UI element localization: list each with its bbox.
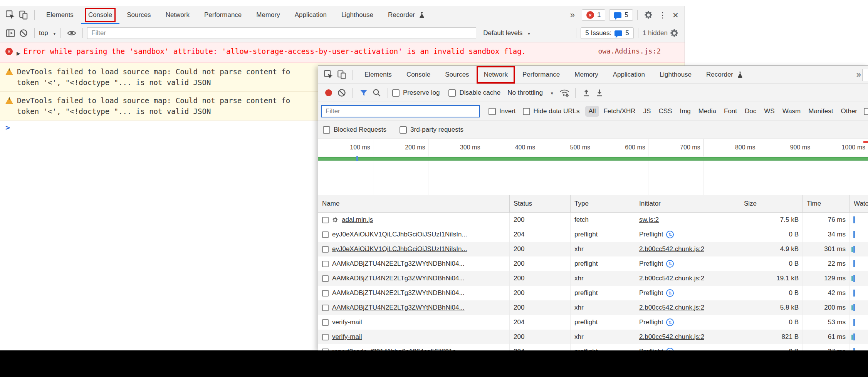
network-request-row[interactable]: verify-mail 204 preflight Preflight ⇅ 0 … xyxy=(318,315,868,330)
panel-tab[interactable]: Lighthouse xyxy=(334,6,381,24)
context-selector[interactable]: top ▼ xyxy=(39,29,56,37)
log-levels-select[interactable]: Default levels ▼ xyxy=(483,29,531,37)
column-header[interactable]: Size xyxy=(740,195,803,212)
row-checkbox[interactable] xyxy=(322,246,329,253)
expand-triangle-icon[interactable]: ▶ xyxy=(17,48,20,59)
clipped-checkbox[interactable] xyxy=(864,108,868,115)
initiator-link[interactable]: 2.b00cc542.chunk.js:2 xyxy=(639,275,704,282)
row-checkbox[interactable] xyxy=(322,217,329,223)
panel-tab[interactable]: Memory xyxy=(567,66,605,84)
throttling-select[interactable]: No throttling ▼ xyxy=(507,89,554,97)
request-type-filter[interactable]: Fetch/XHR xyxy=(600,106,639,117)
network-filter-input[interactable] xyxy=(321,105,480,117)
panel-tab[interactable]: Console xyxy=(399,66,438,84)
issues-counter[interactable]: 5 Issues: 5 xyxy=(581,27,634,39)
error-count-badge[interactable]: × 1 xyxy=(582,9,605,21)
request-type-filter[interactable]: Manifest xyxy=(805,106,836,117)
initiator-link[interactable]: sw.js:2 xyxy=(639,216,659,224)
request-type-filter[interactable]: Img xyxy=(676,106,694,117)
issues-count-badge[interactable]: 5 xyxy=(609,9,633,21)
network-request-row[interactable]: verify-mail 200 xhr 2.b00cc542.chunk.js:… xyxy=(318,330,868,344)
console-sidebar-icon[interactable] xyxy=(4,27,17,40)
panel-tab[interactable]: Elements xyxy=(39,6,81,24)
initiator-link[interactable]: Preflight xyxy=(639,231,663,238)
row-checkbox[interactable] xyxy=(322,290,329,297)
column-header[interactable]: Status xyxy=(510,195,571,212)
initiator-link[interactable]: Preflight xyxy=(639,289,663,297)
blocked-requests-checkbox[interactable]: Blocked Requests xyxy=(323,126,386,134)
settings-gear-icon[interactable] xyxy=(642,8,655,22)
console-filter-input[interactable] xyxy=(87,27,476,39)
preserve-log-checkbox[interactable]: Preserve log xyxy=(392,89,440,97)
initiator-link[interactable]: 2.b00cc542.chunk.js:2 xyxy=(639,245,704,253)
panel-tab[interactable]: Network xyxy=(158,6,197,24)
panel-tab[interactable]: Application xyxy=(287,6,334,24)
row-checkbox[interactable] xyxy=(322,231,329,238)
panel-tab[interactable]: Recorder xyxy=(699,66,751,84)
filter-funnel-icon[interactable] xyxy=(357,86,370,99)
initiator-link[interactable]: Preflight xyxy=(639,318,663,326)
request-type-filter[interactable]: Other xyxy=(838,106,861,117)
column-header[interactable]: Time xyxy=(803,195,850,212)
clear-console-icon[interactable] xyxy=(17,27,30,40)
network-request-row[interactable]: AAMkADBjZTU4N2E2LTg3ZWYtNDBhNi04... 200 … xyxy=(318,256,868,271)
column-header[interactable]: Waterfall xyxy=(850,195,868,212)
error-source-link[interactable]: owa.Addins.js:2 xyxy=(598,46,661,57)
record-network-log-icon[interactable] xyxy=(325,89,332,96)
panel-tab[interactable]: Sources xyxy=(438,66,476,84)
panel-tab[interactable]: Console xyxy=(81,6,119,24)
invert-checkbox[interactable]: Invert xyxy=(489,107,516,115)
panel-tab[interactable]: Performance xyxy=(197,6,249,24)
panel-tab[interactable]: Lighthouse xyxy=(652,66,699,84)
network-request-row[interactable]: AAMkADBjZTU4N2E2LTg3ZWYtNDBhNi04... 200 … xyxy=(318,271,868,286)
network-request-row[interactable]: AAMkADBjZTU4N2E2LTg3ZWYtNDBhNi04... 200 … xyxy=(318,286,868,300)
close-icon[interactable]: × xyxy=(670,10,681,20)
device-toolbar-icon[interactable] xyxy=(335,68,348,81)
column-header[interactable]: Initiator xyxy=(635,195,740,212)
panel-tab[interactable]: Elements xyxy=(357,66,399,84)
request-type-filter[interactable]: Media xyxy=(695,106,720,117)
clear-network-log-icon[interactable] xyxy=(335,86,348,99)
request-type-filter[interactable]: Doc xyxy=(741,106,760,117)
request-type-filter[interactable]: WS xyxy=(761,106,778,117)
request-type-filter[interactable]: JS xyxy=(640,106,655,117)
row-checkbox[interactable] xyxy=(322,305,329,311)
disable-cache-checkbox[interactable]: Disable cache xyxy=(448,89,500,97)
panel-tab[interactable]: Sources xyxy=(119,6,158,24)
panel-tab[interactable]: Application xyxy=(606,66,652,84)
request-type-filter[interactable]: Wasm xyxy=(779,106,804,117)
panel-tab[interactable]: Performance xyxy=(515,66,567,84)
device-toolbar-icon[interactable] xyxy=(17,8,30,22)
column-header[interactable]: Type xyxy=(571,195,635,212)
live-expression-eye-icon[interactable] xyxy=(65,27,78,40)
request-type-filter[interactable]: Font xyxy=(720,106,740,117)
kebab-menu-icon[interactable]: ⋮ xyxy=(655,10,670,20)
panel-tab[interactable]: Recorder xyxy=(381,6,433,24)
row-checkbox[interactable] xyxy=(322,334,329,340)
network-overview[interactable] xyxy=(318,156,868,195)
console-settings-gear-icon[interactable] xyxy=(668,27,681,40)
export-har-icon[interactable] xyxy=(593,86,606,99)
initiator-link[interactable]: Preflight xyxy=(639,348,663,350)
import-har-icon[interactable] xyxy=(580,86,593,99)
initiator-link[interactable]: 2.b00cc542.chunk.js:2 xyxy=(639,333,704,341)
initiator-link[interactable]: 2.b00cc542.chunk.js:2 xyxy=(639,304,704,312)
initiator-link[interactable]: Preflight xyxy=(639,260,663,268)
inspect-element-icon[interactable] xyxy=(322,68,335,81)
network-conditions-icon[interactable] xyxy=(558,86,571,99)
network-request-row[interactable]: AAMkADBjZTU4N2E2LTg3ZWYtNDBhNi04... 200 … xyxy=(318,300,868,315)
request-type-filter[interactable]: All xyxy=(585,106,599,117)
panel-tab[interactable]: Memory xyxy=(249,6,287,24)
network-request-row[interactable]: eyJ0eXAiOiJKV1QiLCJhbGciOiJSUzI1NiIsIn..… xyxy=(318,227,868,242)
row-checkbox[interactable] xyxy=(322,261,329,267)
column-header[interactable]: Name xyxy=(318,195,510,212)
request-type-filter[interactable]: CSS xyxy=(655,106,675,117)
row-checkbox[interactable] xyxy=(322,275,329,282)
network-request-row[interactable]: report?code=f29141bbe6e1964ca567691a... … xyxy=(318,344,868,350)
hide-data-urls-checkbox[interactable]: Hide data URLs xyxy=(523,107,580,115)
inspect-element-icon[interactable] xyxy=(4,8,17,22)
more-tabs-icon[interactable]: » xyxy=(567,10,578,20)
panel-tab[interactable]: Network xyxy=(477,66,515,84)
third-party-requests-checkbox[interactable]: 3rd-party requests xyxy=(400,126,463,134)
network-request-row[interactable]: eyJ0eXAiOiJKV1QiLCJhbGciOiJSUzI1NiIsIn..… xyxy=(318,242,868,256)
